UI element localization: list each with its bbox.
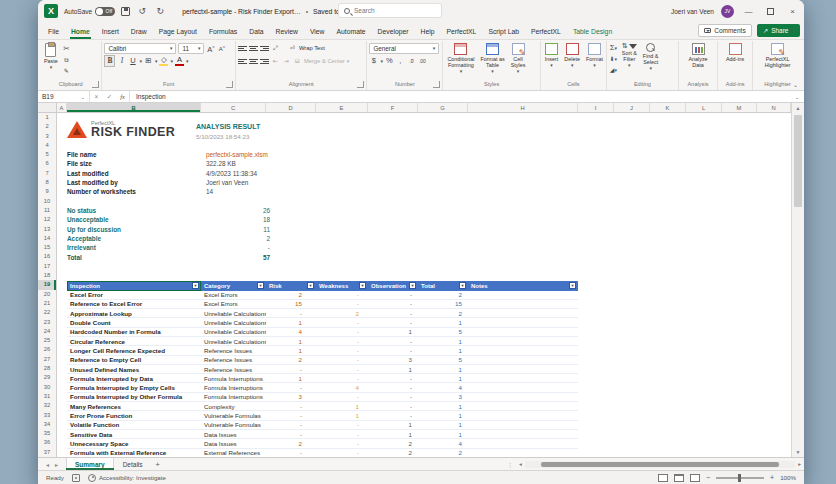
- total-cell[interactable]: 4: [418, 384, 468, 391]
- total-cell[interactable]: 2: [418, 291, 468, 298]
- cell-styles-button[interactable]: Cell Styles ▾: [509, 42, 528, 74]
- delete-cells-button[interactable]: Delete ▾: [562, 42, 582, 68]
- table-header-cell[interactable]: Risk ▼: [266, 281, 316, 291]
- total-cell[interactable]: 2: [418, 449, 468, 456]
- column-header[interactable]: C: [201, 103, 266, 112]
- row-header-36[interactable]: 36: [38, 438, 56, 447]
- share-button[interactable]: ↗ Share ▾: [757, 24, 800, 37]
- decrease-decimal-icon[interactable]: .00: [418, 56, 427, 66]
- ribbon-tab[interactable]: Insert: [96, 25, 125, 39]
- row-header-22[interactable]: 22: [38, 308, 56, 317]
- underline-caret-icon[interactable]: ▾: [139, 59, 142, 63]
- page-break-view-icon[interactable]: [690, 474, 700, 482]
- filter-dropdown-icon[interactable]: ▼: [359, 282, 366, 289]
- total-cell[interactable]: 1: [418, 375, 468, 382]
- accounting-format-icon[interactable]: $: [369, 56, 378, 66]
- total-cell[interactable]: 15: [418, 300, 468, 307]
- decrease-font-icon[interactable]: A˅: [217, 42, 226, 54]
- row-header-18[interactable]: 18: [38, 271, 56, 280]
- conditional-formatting-button[interactable]: Conditional Formatting ▾: [445, 42, 476, 74]
- vertical-scrollbar[interactable]: ▲ ▼: [791, 103, 804, 457]
- redo-icon[interactable]: ↻: [154, 6, 166, 16]
- row-header-33[interactable]: 33: [38, 411, 56, 420]
- table-row[interactable]: Approximate Lookup Unreliable Calculatio…: [67, 309, 578, 318]
- row-header-21[interactable]: 21: [38, 299, 56, 308]
- font-size-select[interactable]: 11▾: [178, 43, 204, 54]
- align-center-icon[interactable]: [249, 58, 258, 65]
- column-header[interactable]: G: [418, 103, 468, 112]
- row-header-27[interactable]: 27: [38, 355, 56, 364]
- decrease-indent-icon[interactable]: ⇤: [271, 56, 280, 66]
- formula-input[interactable]: Inspection: [129, 91, 790, 102]
- accessibility-status[interactable]: Accessibility: Investigate: [88, 474, 166, 482]
- row-header-26[interactable]: 26: [38, 345, 56, 354]
- column-header[interactable]: K: [650, 103, 686, 112]
- row-header-6[interactable]: 6: [38, 159, 56, 168]
- cancel-icon[interactable]: ×: [90, 93, 103, 100]
- save-icon[interactable]: [121, 7, 130, 16]
- zoom-slider-thumb[interactable]: [738, 474, 741, 482]
- column-header[interactable]: J: [614, 103, 650, 112]
- table-header-cell[interactable]: Observation ▼: [368, 281, 418, 291]
- ribbon-tab[interactable]: Developer: [372, 25, 415, 39]
- maximize-button[interactable]: [763, 4, 778, 18]
- table-row[interactable]: Longer Cell Reference Expected Reference…: [67, 346, 578, 355]
- ribbon-collapse-icon[interactable]: ⌄: [793, 81, 798, 88]
- ribbon-tab[interactable]: Home: [65, 25, 96, 39]
- row-header-15[interactable]: 15: [38, 243, 56, 252]
- copy-button[interactable]: ⧉: [62, 55, 71, 65]
- ribbon-tab[interactable]: Automate: [330, 25, 371, 39]
- row-header-12[interactable]: 12: [38, 215, 56, 224]
- bold-button[interactable]: B: [104, 55, 115, 67]
- row-header-24[interactable]: 24: [38, 327, 56, 336]
- format-as-table-button[interactable]: Format as Table ▾: [478, 42, 506, 74]
- row-header-19[interactable]: 19: [38, 280, 56, 289]
- horizontal-scrollbar[interactable]: ⋮ ◂ ▸: [504, 458, 804, 470]
- clipboard-dialog-launcher[interactable]: [92, 81, 99, 88]
- row-header-2[interactable]: 2: [38, 122, 56, 131]
- row-header-37[interactable]: 37: [38, 448, 56, 457]
- sheet-tab[interactable]: Details: [114, 458, 152, 470]
- table-row[interactable]: Reference to Empty Cell Reference Issues…: [67, 356, 578, 365]
- page-layout-view-icon[interactable]: [674, 474, 684, 482]
- fill-color-button[interactable]: ◇: [159, 56, 168, 66]
- borders-button[interactable]: ⊞: [144, 56, 153, 66]
- column-header[interactable]: A: [57, 103, 67, 112]
- align-left-icon[interactable]: [238, 58, 247, 65]
- addins-button[interactable]: Add-ins: [724, 42, 746, 63]
- user-avatar[interactable]: JV: [721, 5, 734, 18]
- autosum-button[interactable]: Σ▾: [609, 43, 618, 53]
- scroll-up-icon[interactable]: ▲: [792, 103, 804, 113]
- font-dialog-launcher[interactable]: [226, 81, 233, 88]
- row-header-17[interactable]: 17: [38, 262, 56, 271]
- column-header[interactable]: D: [266, 103, 316, 112]
- row-header-14[interactable]: 14: [38, 234, 56, 243]
- table-row[interactable]: Volatile Function Vulnerable Formulas - …: [67, 421, 578, 430]
- user-name[interactable]: Joeri van Veen: [671, 8, 714, 15]
- merge-center-button[interactable]: Merge & Center: [304, 58, 345, 64]
- row-header-1[interactable]: 1: [38, 113, 56, 122]
- percent-style-icon[interactable]: %: [385, 56, 394, 66]
- orientation-icon[interactable]: ⤢: [271, 43, 280, 53]
- enter-icon[interactable]: ✓: [103, 93, 116, 101]
- zoom-in-icon[interactable]: +: [770, 474, 774, 481]
- column-header[interactable]: M: [722, 103, 757, 112]
- total-cell[interactable]: 2: [418, 310, 468, 317]
- total-cell[interactable]: 1: [418, 403, 468, 410]
- column-header[interactable]: H: [468, 103, 578, 112]
- row-header-8[interactable]: 8: [38, 178, 56, 187]
- format-cells-button[interactable]: Format ▾: [584, 42, 605, 68]
- comments-button[interactable]: Comments: [698, 24, 751, 37]
- table-header-cell[interactable]: Notes ▼: [468, 281, 578, 291]
- total-cell[interactable]: 4: [418, 440, 468, 447]
- number-dialog-launcher[interactable]: [433, 81, 440, 88]
- ribbon-tab[interactable]: Formulas: [203, 25, 243, 39]
- increase-decimal-icon[interactable]: .0⃖: [407, 56, 416, 66]
- font-color-button[interactable]: A: [175, 56, 184, 66]
- normal-view-icon[interactable]: [658, 474, 668, 482]
- autosave-control[interactable]: AutoSave Off: [64, 7, 115, 16]
- vertical-scroll-thumb[interactable]: [794, 115, 802, 207]
- horizontal-scroll-thumb[interactable]: [541, 462, 779, 467]
- fill-button[interactable]: ⬇▾: [609, 54, 618, 64]
- align-bottom-icon[interactable]: [260, 45, 269, 52]
